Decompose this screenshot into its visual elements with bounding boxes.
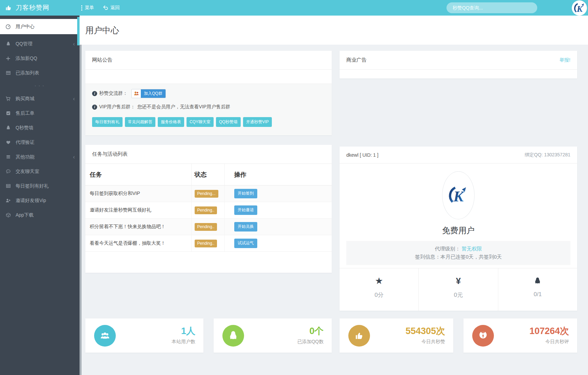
qq-penguin-icon	[5, 41, 11, 47]
sidebar-item-chat-room[interactable]: 交友聊天室	[0, 164, 80, 179]
start-signin-button[interactable]: 开始签到	[234, 189, 257, 198]
status-badge: Pending...	[195, 190, 218, 198]
report-link[interactable]: 举报!	[560, 57, 570, 63]
status-badge: Pending..	[195, 206, 217, 214]
agent-level-link[interactable]: 暂无权限	[462, 246, 482, 251]
announcement-card: 网站公告 i 秒赞交流群： 加入QQ群	[85, 51, 332, 135]
stat-label: 今日共秒赞	[370, 339, 445, 345]
stat-label: 已添加QQ数	[244, 339, 324, 345]
balance-stat: ¥ 0元	[418, 268, 498, 311]
thumbs-up-icon	[5, 4, 12, 12]
sidebar-item-add-qq[interactable]: 添加新QQ	[0, 51, 80, 66]
sidebar-item-shop[interactable]: 购买商城 ‹	[0, 91, 80, 106]
profile-username: dkewl [ UID: 1 ]	[346, 152, 378, 158]
stat-card-added-qq: 0个 已添加QQ数	[214, 318, 332, 353]
agent-level-label: 代理级别：	[435, 246, 460, 251]
stat-label: 本站用户数	[116, 339, 195, 345]
star-icon: ★	[375, 277, 383, 286]
sidebar-item-qq-manage[interactable]: QQ管理 ‹	[0, 37, 80, 51]
agent-info-box: 代理级别： 暂无权限 签到信息：本月已连签0天，共签到0天	[346, 241, 570, 265]
page-title-bar: 用户中心	[80, 16, 588, 45]
tag-qq-like-wall[interactable]: QQ秒赞墙	[216, 117, 241, 127]
check-square-icon	[5, 111, 11, 116]
vip-row-text: 您还不是会员用户，无法查看VIP用户售后群	[137, 104, 231, 110]
start-invite-button[interactable]: 开始邀请	[234, 205, 257, 215]
sidebar-scrollbar-thumb[interactable]	[77, 17, 80, 45]
sidebar-item-daily-signin[interactable]: 每日签到有好礼	[0, 179, 80, 193]
sidebar-item-user-center[interactable]: 用户中心	[0, 19, 80, 34]
stat-value: 107264次	[494, 326, 569, 336]
chat-bubble-icon	[5, 169, 11, 174]
info-icon: i	[92, 91, 97, 96]
task-name: 每日签到获取积分和VIP	[85, 185, 191, 202]
rebel-bird-icon	[472, 325, 494, 347]
tag-cqy-chat[interactable]: CQY聊天室	[187, 117, 214, 127]
menu-toggle[interactable]: 菜单	[81, 5, 94, 11]
tag-open-vip[interactable]: 开通秒赞VIP	[243, 117, 272, 127]
chevron-left-icon: ‹	[73, 154, 75, 160]
vertical-dots-icon	[81, 5, 83, 10]
tag-daily-signin[interactable]: 每日签到有礼	[92, 117, 123, 127]
stat-card-total-likes: 554305次 今日共秒赞	[340, 318, 453, 353]
list-icon	[5, 154, 11, 160]
task-name: 邀请好友注册秒赞网互领好礼	[85, 202, 191, 219]
qq-icon	[222, 325, 244, 347]
column-header-action: 操作	[224, 164, 332, 185]
stat-value: 1人	[116, 326, 195, 336]
table-row: 每日签到获取积分和VIP Pending... 开始签到	[85, 185, 332, 202]
users-icon	[94, 325, 116, 347]
announcement-body	[85, 70, 332, 84]
status-badge: Pending..	[195, 240, 217, 247]
user-level: 免费用户	[340, 225, 577, 236]
back-button[interactable]: 返回	[103, 5, 120, 11]
group-row-label: 秒赞交流群：	[99, 90, 128, 96]
sidebar-item-other-functions[interactable]: 其他功能 ‹	[0, 150, 80, 164]
points-stat: ★ 0分	[340, 268, 418, 311]
sidebar-divider-dots: • • •	[0, 80, 80, 91]
top-header-bar: 刀客秒赞网 菜单 返回 K	[0, 0, 588, 16]
info-icon: i	[92, 105, 97, 110]
plus-icon	[5, 56, 11, 61]
table-grid-icon	[5, 70, 11, 76]
vip-row-label: VIP用户售后群：	[99, 104, 135, 110]
balance-value: 0元	[419, 291, 498, 299]
table-row: 积分留着不下崽！快来兑换物品吧！ Pending.. 开始兑换	[85, 219, 332, 235]
announcement-title: 网站公告	[92, 57, 112, 63]
profile-bind-qq: 绑定QQ: 1302357281	[525, 152, 570, 158]
status-badge: Pending..	[195, 223, 217, 231]
ad-card: 商业广告 举报!	[340, 51, 577, 79]
qq-penguin-icon	[5, 125, 11, 131]
cart-icon	[5, 96, 11, 102]
sidebar-item-added-list[interactable]: 已添加列表	[0, 66, 80, 80]
dashboard-gauge-icon	[5, 24, 11, 29]
stat-card-site-users: 1人 本站用户数	[85, 318, 203, 353]
tag-faq[interactable]: 常见问题解答	[125, 117, 155, 127]
try-luck-button[interactable]: 试试运气	[234, 239, 257, 248]
sidebar-item-aftersale-ticket[interactable]: 售后工单	[0, 106, 80, 120]
sidebar-item-invite-friends[interactable]: 邀请好友领Vip	[0, 193, 80, 208]
ad-title: 商业广告	[346, 57, 367, 63]
user-plus-icon	[5, 198, 11, 203]
stat-value: 554305次	[370, 326, 445, 336]
heart-icon	[5, 140, 11, 145]
brand[interactable]: 刀客秒赞网	[0, 3, 75, 12]
svg-text:K: K	[453, 188, 464, 205]
sidebar-item-agent-verify[interactable]: 代理验证	[0, 135, 80, 150]
table-row: 看看今天运气是否爆棚，抽取大奖！ Pending.. 试试运气	[85, 235, 332, 252]
join-qq-group-button[interactable]: 加入QQ群	[132, 89, 166, 98]
task-name: 积分留着不下崽！快来兑换物品吧！	[85, 219, 191, 235]
sidebar-item-app-download[interactable]: App下载	[0, 208, 80, 222]
site-title: 刀客秒赞网	[16, 3, 49, 12]
svg-text:K: K	[576, 4, 583, 14]
sidebar-item-qq-like-wall[interactable]: Q秒赞墙	[0, 120, 80, 135]
start-exchange-button[interactable]: 开始兑换	[234, 222, 257, 231]
column-header-status: 状态	[191, 164, 224, 185]
content-scrollbar[interactable]	[80, 45, 82, 375]
tag-price-list[interactable]: 服务价格表	[158, 117, 184, 127]
site-logo[interactable]: K	[572, 0, 587, 16]
qq-icon	[498, 275, 577, 286]
points-value: 0分	[340, 291, 418, 299]
search-input[interactable]	[447, 2, 537, 13]
task-name: 看看今天运气是否爆棚，抽取大奖！	[85, 235, 191, 252]
tasks-card: 任务与活动列表 任务 状态 操作 每日签到获取积分和VIP Pending...…	[85, 145, 332, 273]
